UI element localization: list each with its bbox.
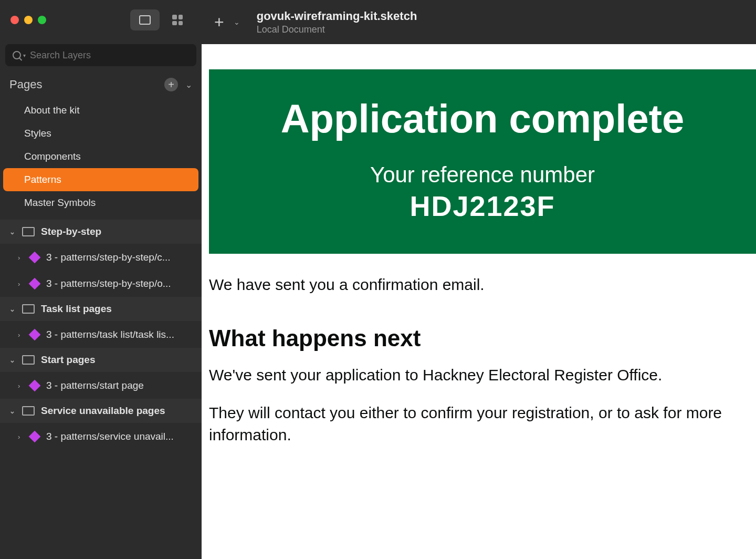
search-input[interactable]: [30, 50, 189, 61]
layer-item[interactable]: › 3 - patterns/step-by-step/c...: [0, 244, 202, 271]
main-area: + ⌄ govuk-wireframing-kit.sketch Local D…: [202, 0, 756, 559]
layer-item[interactable]: › 3 - patterns/start page: [0, 372, 202, 399]
page-item-components[interactable]: Components: [3, 145, 198, 168]
body-paragraph: They will contact you either to confirm …: [209, 402, 756, 446]
canvas-view-button[interactable]: [130, 9, 160, 30]
layer-item[interactable]: › 3 - patterns/task list/task lis...: [0, 322, 202, 348]
components-view-button[interactable]: [163, 9, 192, 30]
confirmation-panel: Application complete Your reference numb…: [209, 69, 756, 254]
search-container: ▾: [0, 40, 202, 70]
layer-item[interactable]: › 3 - patterns/service unavail...: [0, 423, 202, 450]
page-item-master-symbols[interactable]: Master Symbols: [3, 191, 198, 214]
search-dropdown-caret[interactable]: ▾: [23, 53, 26, 58]
document-topbar: + ⌄ govuk-wireframing-kit.sketch Local D…: [202, 0, 756, 44]
minimize-window-button[interactable]: [24, 16, 33, 24]
artboard-icon: [22, 227, 35, 236]
layer-group-start-pages[interactable]: ⌄ Start pages: [0, 348, 202, 372]
search-bar[interactable]: ▾: [5, 44, 196, 66]
chevron-right-icon: ›: [18, 254, 23, 262]
titlebar: [0, 0, 202, 40]
chevron-right-icon: ›: [18, 280, 23, 288]
add-page-button[interactable]: +: [164, 78, 178, 91]
symbol-icon: [29, 252, 41, 264]
document-title: govuk-wireframing-kit.sketch: [257, 9, 417, 23]
pages-section-header: Pages + ⌄: [0, 70, 202, 99]
layer-group-label: Task list pages: [41, 303, 112, 315]
artboard-icon: [22, 304, 35, 314]
page-item-styles[interactable]: Styles: [3, 122, 198, 145]
layer-group-service-unavailable[interactable]: ⌄ Service unavailable pages: [0, 399, 202, 423]
canvas-viewport[interactable]: Application complete Your reference numb…: [202, 44, 756, 559]
confirmation-text: We have sent you a confirmation email.: [209, 276, 756, 294]
panel-reference-label: Your reference number: [230, 162, 735, 188]
maximize-window-button[interactable]: [38, 16, 46, 24]
chevron-down-icon: ⌄: [9, 407, 16, 415]
layer-label: 3 - patterns/step-by-step/o...: [46, 278, 171, 289]
artboard-icon: [22, 355, 35, 365]
layer-group-label: Step-by-step: [41, 226, 101, 237]
symbol-icon: [29, 329, 41, 341]
insert-button[interactable]: +: [214, 13, 224, 32]
next-steps-heading: What happens next: [209, 325, 756, 351]
layer-group-label: Start pages: [41, 354, 95, 366]
body-paragraph: We've sent your application to Hackney E…: [209, 364, 756, 386]
view-toggle: [130, 9, 192, 30]
chevron-right-icon: ›: [18, 382, 23, 390]
layer-label: 3 - patterns/step-by-step/c...: [46, 252, 171, 263]
chevron-right-icon: ›: [18, 433, 23, 441]
page-item-about[interactable]: About the kit: [3, 99, 198, 122]
pages-actions: + ⌄: [164, 78, 192, 91]
symbol-icon: [29, 431, 41, 443]
document-subtitle: Local Document: [257, 24, 417, 35]
symbol-icon: [29, 380, 41, 392]
layer-group-step-by-step[interactable]: ⌄ Step-by-step: [0, 220, 202, 244]
close-window-button[interactable]: [10, 16, 19, 24]
traffic-lights: [10, 16, 46, 24]
layer-label: 3 - patterns/task list/task lis...: [46, 329, 174, 340]
artboard-icon: [22, 406, 35, 416]
document-title-wrap[interactable]: govuk-wireframing-kit.sketch Local Docum…: [257, 9, 417, 35]
chevron-down-icon: ⌄: [9, 356, 16, 364]
layer-label: 3 - patterns/service unavail...: [46, 431, 174, 442]
symbol-icon: [29, 278, 41, 290]
collapse-pages-button[interactable]: ⌄: [185, 80, 192, 90]
chevron-down-icon: ⌄: [9, 228, 16, 236]
layer-label: 3 - patterns/start page: [46, 380, 144, 391]
page-item-patterns[interactable]: Patterns: [3, 168, 198, 191]
layer-group-task-list[interactable]: ⌄ Task list pages: [0, 297, 202, 322]
canvas-icon: [139, 15, 151, 25]
layer-group-label: Service unavailable pages: [41, 405, 165, 417]
layer-item[interactable]: › 3 - patterns/step-by-step/o...: [0, 271, 202, 297]
chevron-right-icon: ›: [18, 331, 23, 339]
panel-title: Application complete: [230, 96, 735, 141]
chevron-down-icon: ⌄: [9, 305, 16, 313]
search-icon: [13, 51, 21, 59]
sidebar: ▾ Pages + ⌄ About the kit Styles Compone…: [0, 0, 202, 559]
panel-reference-number: HDJ2123F: [230, 190, 735, 222]
insert-dropdown-caret[interactable]: ⌄: [234, 18, 240, 26]
pages-title: Pages: [9, 78, 42, 91]
grid-icon: [172, 15, 183, 25]
